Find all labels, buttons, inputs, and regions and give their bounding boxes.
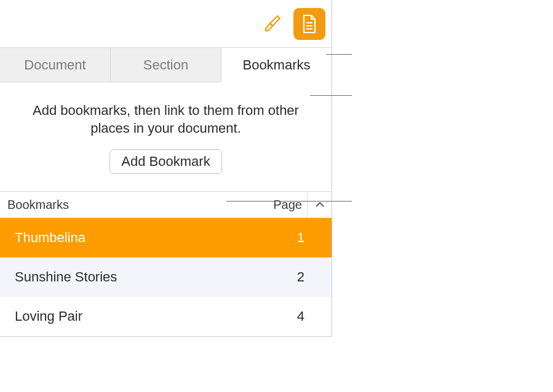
tab-bar: Document Section Bookmarks	[0, 48, 332, 82]
tab-section[interactable]: Section	[111, 48, 221, 82]
bookmark-list: Thumbelina1Sunshine Stories2Loving Pair4	[0, 218, 332, 336]
bookmark-page: 4	[297, 308, 317, 324]
column-header-bookmarks[interactable]: Bookmarks	[0, 198, 273, 212]
bookmark-row[interactable]: Loving Pair4	[0, 297, 332, 336]
bookmark-name: Sunshine Stories	[15, 269, 297, 285]
bookmark-name: Loving Pair	[15, 308, 297, 324]
column-header-page[interactable]: Page	[273, 198, 307, 212]
bookmark-page: 2	[297, 269, 317, 285]
bookmark-row[interactable]: Thumbelina1	[0, 218, 332, 257]
bookmark-name: Thumbelina	[15, 230, 297, 246]
document-icon	[300, 14, 319, 34]
tab-bookmarks[interactable]: Bookmarks	[221, 48, 332, 82]
bookmark-page: 1	[297, 230, 317, 246]
bookmark-list-header: Bookmarks Page	[0, 191, 332, 218]
document-settings-button[interactable]	[293, 8, 325, 40]
help-text: Add bookmarks, then link to them from ot…	[0, 82, 332, 149]
format-button[interactable]	[257, 8, 288, 40]
add-bookmark-button[interactable]: Add Bookmark	[109, 149, 221, 174]
sort-button[interactable]	[307, 192, 332, 218]
chevron-up-icon	[315, 202, 325, 208]
add-bookmark-wrap: Add Bookmark	[0, 149, 332, 191]
inspector-panel: Document Section Bookmarks Add bookmarks…	[0, 0, 332, 337]
callout-line	[326, 54, 352, 55]
paintbrush-icon	[262, 14, 283, 34]
callout-line	[226, 201, 352, 202]
toolbar	[0, 0, 332, 48]
callout-line	[310, 95, 352, 96]
bookmark-row[interactable]: Sunshine Stories2	[0, 257, 332, 297]
tab-document[interactable]: Document	[0, 48, 111, 82]
